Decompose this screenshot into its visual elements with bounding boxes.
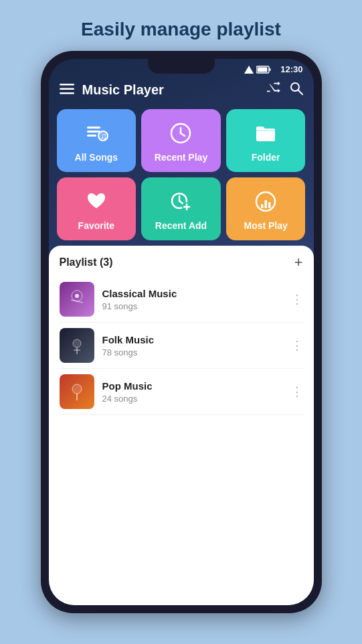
svg-rect-24 [261,204,264,208]
playlist-item[interactable]: Classical Music 91 songs ⋮ [60,276,303,323]
svg-rect-11 [87,135,96,137]
favorite-label: Favorite [78,220,114,231]
pop-thumb [60,374,94,409]
playlist-item[interactable]: Pop Music 24 songs ⋮ [60,369,303,415]
search-icon[interactable] [290,82,303,98]
svg-text:♫: ♫ [100,131,107,141]
add-playlist-button[interactable]: + [294,255,303,270]
svg-rect-4 [60,84,74,86]
more-options-icon[interactable]: ⋮ [291,338,303,353]
more-options-icon[interactable]: ⋮ [291,384,303,399]
playlist-section: Playlist (3) + Classical Music 91 son [49,246,314,605]
playlist-count: 24 songs [102,394,283,404]
playlist-count: 91 songs [102,301,283,311]
all-songs-tile[interactable]: ♫ All Songs [57,109,137,172]
most-play-label: Most Play [244,220,287,231]
hamburger-icon [60,84,74,94]
svg-line-29 [71,300,83,303]
favorite-icon [84,189,108,214]
svg-rect-9 [87,127,100,129]
playlist-name: Classical Music [102,288,283,299]
svg-point-28 [75,294,79,298]
signal-icon [244,65,254,74]
category-grid: ♫ All Songs Recent Play [49,105,314,246]
svg-rect-2 [258,67,268,72]
playlist-info: Folk Music 78 songs [102,334,283,357]
svg-point-7 [291,83,299,91]
menu-icon[interactable] [60,81,74,98]
status-time: 12:30 [280,64,302,74]
playlist-title: Playlist (3) [60,256,113,268]
svg-rect-5 [60,88,74,90]
all-songs-icon: ♫ [84,121,108,145]
svg-point-33 [72,384,82,394]
playlist-info: Classical Music 91 songs [102,288,283,311]
svg-rect-3 [270,68,271,71]
favorite-tile[interactable]: Favorite [57,177,137,240]
playlist-name: Folk Music [102,334,283,345]
shuffle-icon[interactable] [266,82,280,98]
recent-add-icon [169,189,193,214]
phone-notch [148,59,215,74]
classical-thumb [60,282,94,317]
page-headline: Easily manage playlist [0,0,362,51]
svg-marker-0 [244,66,254,74]
most-play-icon [254,189,278,214]
playlist-name: Pop Music [102,380,283,392]
recent-play-label: Recent Play [155,152,207,163]
recent-add-tile[interactable]: Recent Add [141,177,221,240]
folder-icon [254,121,278,145]
playlist-item[interactable]: Folk Music 78 songs ⋮ [60,323,303,369]
svg-rect-25 [265,200,268,208]
svg-line-8 [298,90,302,94]
phone-frame: 12:30 Music Player [41,51,322,613]
svg-rect-26 [268,202,271,208]
recent-play-icon [169,121,193,145]
recent-add-label: Recent Add [155,220,207,231]
playlist-count: 78 songs [102,347,283,357]
most-play-tile[interactable]: Most Play [226,177,306,240]
svg-rect-10 [87,131,100,133]
recent-play-tile[interactable]: Recent Play [141,109,221,172]
playlist-header: Playlist (3) + [60,255,303,270]
folk-thumb [60,328,94,363]
more-options-icon[interactable]: ⋮ [291,292,303,307]
status-icons [244,65,271,74]
svg-point-30 [73,339,81,347]
svg-line-19 [179,201,183,204]
all-songs-label: All Songs [75,152,118,163]
battery-icon [256,66,271,74]
folder-label: Folder [252,152,280,163]
playlist-info: Pop Music 24 songs [102,380,283,404]
top-icons [266,82,303,98]
app-title: Music Player [82,82,258,98]
folder-tile[interactable]: Folder [226,109,306,172]
svg-line-16 [181,133,185,136]
app-bar: Music Player [49,77,314,105]
phone-screen: 12:30 Music Player [49,59,314,605]
svg-rect-6 [60,92,74,94]
